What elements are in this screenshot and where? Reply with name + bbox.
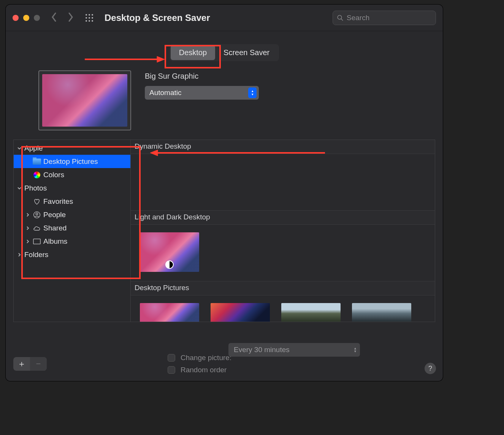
svg-point-6 <box>86 20 87 22</box>
appearance-mode-select[interactable]: Automatic ▴▾ <box>145 86 259 100</box>
wallpaper-thumb[interactable] <box>281 162 341 201</box>
gallery-section-pictures: Desktop Pictures <box>131 281 435 295</box>
forward-button[interactable] <box>67 12 74 24</box>
annotation-box-desktop-tab <box>165 45 221 68</box>
svg-point-7 <box>89 20 90 22</box>
stepper-icon: ▴▾ <box>354 347 356 353</box>
wallpaper-thumbnail <box>42 74 127 127</box>
gallery-strip-lightdark <box>131 225 435 281</box>
gallery-section-lightdark: Light and Dark Desktop <box>131 211 435 225</box>
add-remove-control: ＋ − <box>13 357 47 371</box>
titlebar: Desktop & Screen Saver Search <box>6 5 443 31</box>
tab-row: Desktop Screen Saver <box>6 31 443 61</box>
light-dark-badge-icon <box>165 260 174 269</box>
back-button[interactable] <box>51 12 57 24</box>
change-picture-row: Change picture: <box>168 354 231 362</box>
preview-row: Big Sur Graphic Automatic ▴▾ <box>13 70 435 130</box>
close-window-button[interactable] <box>13 15 19 21</box>
svg-point-1 <box>89 14 90 16</box>
show-all-icon[interactable] <box>85 13 94 22</box>
random-order-label: Random order <box>181 366 227 374</box>
wallpaper-thumb[interactable] <box>140 232 199 272</box>
search-field[interactable]: Search <box>333 11 436 25</box>
help-button[interactable]: ? <box>425 363 436 374</box>
wallpaper-gallery[interactable]: Dynamic Desktop Light and Dark Desktop D… <box>130 140 435 322</box>
minimize-window-button[interactable] <box>23 15 29 21</box>
annotation-arrow-tab <box>85 56 165 65</box>
svg-point-2 <box>92 14 93 16</box>
annotation-arrow-sidebar <box>150 149 325 158</box>
svg-marker-12 <box>157 56 165 62</box>
svg-line-10 <box>341 19 343 21</box>
wallpaper-thumb[interactable] <box>281 303 341 322</box>
wallpaper-thumb[interactable] <box>211 303 270 322</box>
search-placeholder: Search <box>347 14 369 22</box>
appearance-mode-value: Automatic <box>149 89 181 97</box>
change-picture-label: Change picture: <box>181 354 231 362</box>
change-picture-checkbox[interactable] <box>168 354 175 362</box>
wallpaper-thumb[interactable] <box>140 162 199 201</box>
random-order-checkbox[interactable] <box>168 366 175 374</box>
svg-point-5 <box>92 17 93 19</box>
remove-folder-button[interactable]: − <box>30 357 47 371</box>
random-order-row: Random order <box>168 366 231 374</box>
search-icon <box>337 14 344 21</box>
tab-screensaver[interactable]: Screen Saver <box>215 45 278 60</box>
window-title: Desktop & Screen Saver <box>105 13 210 23</box>
wallpaper-meta: Big Sur Graphic Automatic ▴▾ <box>145 70 259 100</box>
wallpaper-thumb[interactable] <box>140 303 199 322</box>
change-interval-value: Every 30 minutes <box>234 346 290 354</box>
gallery-strip-pictures <box>131 295 435 322</box>
svg-point-3 <box>86 17 87 19</box>
wallpaper-thumb[interactable] <box>352 162 411 201</box>
nav-buttons <box>51 12 74 24</box>
stepper-icon: ▴▾ <box>248 87 257 98</box>
svg-point-4 <box>89 17 90 19</box>
current-wallpaper-preview <box>38 70 131 130</box>
change-picture-options: Change picture: Random order <box>168 354 231 374</box>
add-folder-button[interactable]: ＋ <box>13 357 30 371</box>
wallpaper-name: Big Sur Graphic <box>145 72 259 81</box>
svg-point-8 <box>92 20 93 22</box>
change-interval-select[interactable]: Every 30 minutes ▴▾ <box>228 343 360 357</box>
annotation-box-sidebar <box>21 146 141 279</box>
traffic-lights <box>13 15 40 21</box>
preferences-window: Desktop & Screen Saver Search Desktop Sc… <box>6 5 443 381</box>
svg-marker-17 <box>150 150 158 156</box>
gallery-strip-dynamic <box>131 154 435 211</box>
svg-point-0 <box>86 14 87 16</box>
wallpaper-thumb[interactable] <box>352 303 411 322</box>
bottom-bar: ＋ − Change picture: Random order Every 3… <box>13 354 435 374</box>
wallpaper-thumb[interactable] <box>211 162 270 201</box>
zoom-window-button[interactable] <box>34 15 40 21</box>
